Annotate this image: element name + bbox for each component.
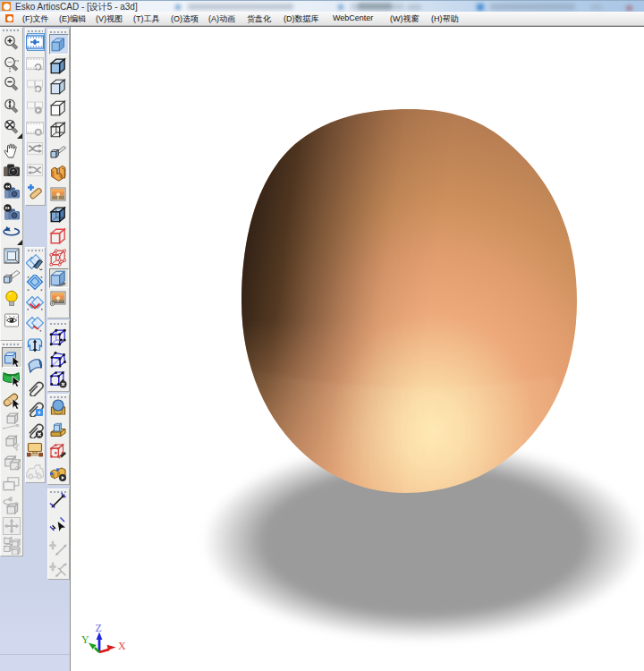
svg-text:Z: Z	[96, 622, 102, 634]
svg-text:Y: Y	[81, 633, 89, 646]
svg-text:X: X	[118, 640, 126, 652]
